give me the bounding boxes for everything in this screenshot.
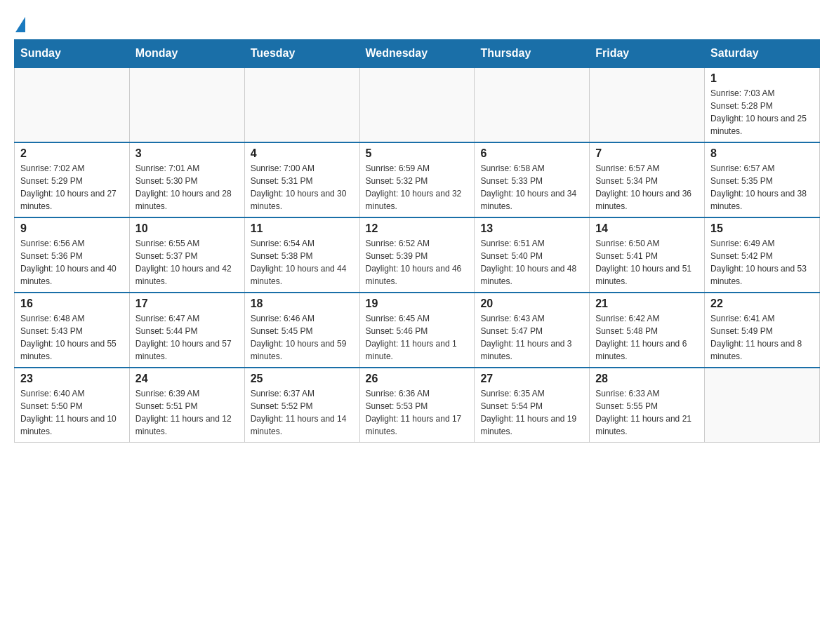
day-number: 17 [135,297,239,310]
calendar-cell: 3Sunrise: 7:01 AM Sunset: 5:30 PM Daylig… [129,142,244,217]
col-header-saturday: Saturday [705,40,820,68]
logo-triangle-icon [15,17,25,32]
calendar-cell: 24Sunrise: 6:39 AM Sunset: 5:51 PM Dayli… [129,368,244,443]
calendar-cell: 28Sunrise: 6:33 AM Sunset: 5:55 PM Dayli… [590,368,705,443]
day-number: 22 [710,297,814,310]
col-header-friday: Friday [590,40,705,68]
col-header-wednesday: Wednesday [359,40,475,68]
day-info: Sunrise: 7:03 AM Sunset: 5:28 PM Dayligh… [710,87,814,137]
calendar-cell: 19Sunrise: 6:45 AM Sunset: 5:46 PM Dayli… [359,293,475,368]
day-info: Sunrise: 6:47 AM Sunset: 5:44 PM Dayligh… [135,312,239,363]
day-info: Sunrise: 6:48 AM Sunset: 5:43 PM Dayligh… [20,312,124,363]
day-info: Sunrise: 6:49 AM Sunset: 5:42 PM Dayligh… [710,237,814,288]
day-info: Sunrise: 6:46 AM Sunset: 5:45 PM Dayligh… [251,312,354,363]
calendar-cell: 9Sunrise: 6:56 AM Sunset: 5:36 PM Daylig… [15,217,130,293]
calendar-cell: 13Sunrise: 6:51 AM Sunset: 5:40 PM Dayli… [475,217,590,293]
calendar-cell [705,368,820,443]
day-number: 25 [251,373,354,385]
calendar-cell: 21Sunrise: 6:42 AM Sunset: 5:48 PM Dayli… [590,293,705,368]
calendar-table: SundayMondayTuesdayWednesdayThursdayFrid… [14,39,820,443]
day-number: 11 [251,222,354,235]
calendar-cell: 26Sunrise: 6:36 AM Sunset: 5:53 PM Dayli… [359,368,475,443]
day-info: Sunrise: 6:56 AM Sunset: 5:36 PM Dayligh… [20,237,124,288]
day-info: Sunrise: 6:42 AM Sunset: 5:48 PM Dayligh… [595,312,699,363]
day-number: 9 [20,222,124,235]
day-info: Sunrise: 6:39 AM Sunset: 5:51 PM Dayligh… [135,387,239,438]
day-number: 6 [480,147,583,160]
day-info: Sunrise: 6:43 AM Sunset: 5:47 PM Dayligh… [480,312,583,363]
calendar-cell: 14Sunrise: 6:50 AM Sunset: 5:41 PM Dayli… [590,217,705,293]
calendar-cell: 25Sunrise: 6:37 AM Sunset: 5:52 PM Dayli… [244,368,359,443]
day-info: Sunrise: 6:45 AM Sunset: 5:46 PM Dayligh… [366,312,469,363]
day-number: 21 [595,297,699,310]
calendar-week-row-1: 1Sunrise: 7:03 AM Sunset: 5:28 PM Daylig… [15,67,820,142]
day-number: 23 [20,373,124,385]
logo [14,14,25,32]
calendar-cell: 8Sunrise: 6:57 AM Sunset: 5:35 PM Daylig… [705,142,820,217]
calendar-week-row-3: 9Sunrise: 6:56 AM Sunset: 5:36 PM Daylig… [15,217,820,293]
day-info: Sunrise: 6:35 AM Sunset: 5:54 PM Dayligh… [480,387,583,438]
day-number: 13 [480,222,583,235]
col-header-monday: Monday [129,40,244,68]
day-info: Sunrise: 6:59 AM Sunset: 5:32 PM Dayligh… [366,162,469,213]
day-info: Sunrise: 7:02 AM Sunset: 5:29 PM Dayligh… [20,162,124,213]
calendar-cell [590,67,705,142]
day-number: 2 [20,147,124,160]
day-info: Sunrise: 6:55 AM Sunset: 5:37 PM Dayligh… [135,237,239,288]
calendar-week-row-5: 23Sunrise: 6:40 AM Sunset: 5:50 PM Dayli… [15,368,820,443]
day-info: Sunrise: 6:51 AM Sunset: 5:40 PM Dayligh… [480,237,583,288]
calendar-cell: 20Sunrise: 6:43 AM Sunset: 5:47 PM Dayli… [475,293,590,368]
calendar-cell: 7Sunrise: 6:57 AM Sunset: 5:34 PM Daylig… [590,142,705,217]
col-header-thursday: Thursday [475,40,590,68]
page-header [14,14,820,32]
calendar-cell: 15Sunrise: 6:49 AM Sunset: 5:42 PM Dayli… [705,217,820,293]
calendar-week-row-4: 16Sunrise: 6:48 AM Sunset: 5:43 PM Dayli… [15,293,820,368]
day-number: 5 [366,147,469,160]
day-info: Sunrise: 6:58 AM Sunset: 5:33 PM Dayligh… [480,162,583,213]
day-number: 15 [710,222,814,235]
calendar-cell: 10Sunrise: 6:55 AM Sunset: 5:37 PM Dayli… [129,217,244,293]
calendar-cell: 1Sunrise: 7:03 AM Sunset: 5:28 PM Daylig… [705,67,820,142]
day-info: Sunrise: 6:33 AM Sunset: 5:55 PM Dayligh… [595,387,699,438]
day-number: 16 [20,297,124,310]
calendar-cell: 11Sunrise: 6:54 AM Sunset: 5:38 PM Dayli… [244,217,359,293]
day-info: Sunrise: 7:00 AM Sunset: 5:31 PM Dayligh… [251,162,354,213]
day-number: 7 [595,147,699,160]
day-info: Sunrise: 6:54 AM Sunset: 5:38 PM Dayligh… [251,237,354,288]
day-number: 14 [595,222,699,235]
calendar-cell: 23Sunrise: 6:40 AM Sunset: 5:50 PM Dayli… [15,368,130,443]
day-info: Sunrise: 7:01 AM Sunset: 5:30 PM Dayligh… [135,162,239,213]
logo-text [14,14,25,32]
calendar-cell: 17Sunrise: 6:47 AM Sunset: 5:44 PM Dayli… [129,293,244,368]
calendar-cell: 6Sunrise: 6:58 AM Sunset: 5:33 PM Daylig… [475,142,590,217]
day-number: 28 [595,373,699,385]
calendar-cell: 2Sunrise: 7:02 AM Sunset: 5:29 PM Daylig… [15,142,130,217]
calendar-cell: 27Sunrise: 6:35 AM Sunset: 5:54 PM Dayli… [475,368,590,443]
day-info: Sunrise: 6:52 AM Sunset: 5:39 PM Dayligh… [366,237,469,288]
day-info: Sunrise: 6:57 AM Sunset: 5:34 PM Dayligh… [595,162,699,213]
day-info: Sunrise: 6:37 AM Sunset: 5:52 PM Dayligh… [251,387,354,438]
calendar-week-row-2: 2Sunrise: 7:02 AM Sunset: 5:29 PM Daylig… [15,142,820,217]
day-number: 19 [366,297,469,310]
day-number: 27 [480,373,583,385]
day-number: 18 [251,297,354,310]
col-header-sunday: Sunday [15,40,130,68]
calendar-cell [475,67,590,142]
day-number: 12 [366,222,469,235]
day-info: Sunrise: 6:40 AM Sunset: 5:50 PM Dayligh… [20,387,124,438]
day-number: 3 [135,147,239,160]
day-number: 4 [251,147,354,160]
calendar-cell: 22Sunrise: 6:41 AM Sunset: 5:49 PM Dayli… [705,293,820,368]
calendar-cell: 18Sunrise: 6:46 AM Sunset: 5:45 PM Dayli… [244,293,359,368]
calendar-cell [359,67,475,142]
col-header-tuesday: Tuesday [244,40,359,68]
calendar-cell: 16Sunrise: 6:48 AM Sunset: 5:43 PM Dayli… [15,293,130,368]
day-info: Sunrise: 6:57 AM Sunset: 5:35 PM Dayligh… [710,162,814,213]
day-number: 8 [710,147,814,160]
calendar-cell: 12Sunrise: 6:52 AM Sunset: 5:39 PM Dayli… [359,217,475,293]
day-number: 24 [135,373,239,385]
day-number: 26 [366,373,469,385]
calendar-header-row: SundayMondayTuesdayWednesdayThursdayFrid… [15,40,820,68]
day-number: 1 [710,72,814,85]
calendar-cell: 4Sunrise: 7:00 AM Sunset: 5:31 PM Daylig… [244,142,359,217]
